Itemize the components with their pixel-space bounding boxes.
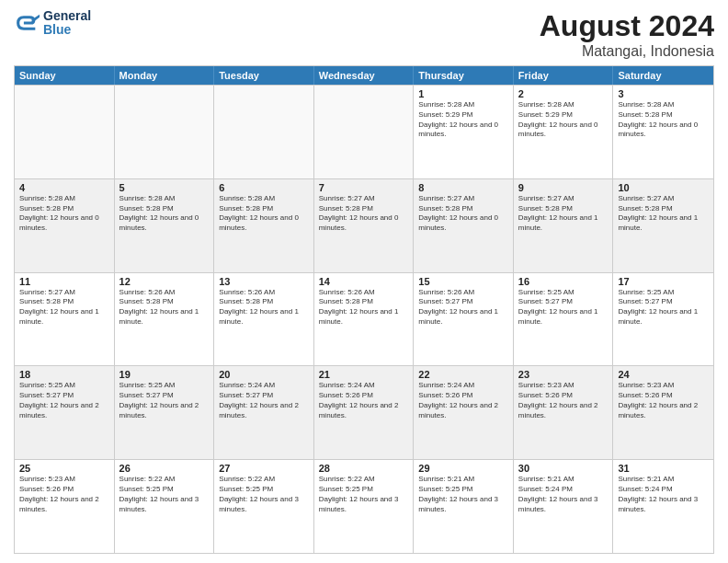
calendar-cell: 31Sunrise: 5:21 AMSunset: 5:24 PMDayligh… bbox=[613, 460, 713, 553]
calendar-cell: 13Sunrise: 5:26 AMSunset: 5:28 PMDayligh… bbox=[214, 273, 314, 366]
calendar-cell: 1Sunrise: 5:28 AMSunset: 5:29 PMDaylight… bbox=[414, 86, 514, 178]
calendar-cell: 14Sunrise: 5:26 AMSunset: 5:28 PMDayligh… bbox=[314, 273, 415, 366]
day-detail: Sunrise: 5:28 AMSunset: 5:28 PMDaylight:… bbox=[219, 194, 309, 234]
day-detail: Sunrise: 5:23 AMSunset: 5:26 PMDaylight:… bbox=[618, 381, 709, 420]
calendar-cell: 19Sunrise: 5:25 AMSunset: 5:27 PMDayligh… bbox=[115, 366, 215, 459]
day-detail: Sunrise: 5:23 AMSunset: 5:26 PMDaylight:… bbox=[518, 381, 609, 420]
page: General Blue August 2024 Matangai, Indon… bbox=[0, 0, 728, 563]
calendar-row: 25Sunrise: 5:23 AMSunset: 5:26 PMDayligh… bbox=[15, 459, 713, 553]
calendar-cell: 30Sunrise: 5:21 AMSunset: 5:24 PMDayligh… bbox=[514, 460, 614, 553]
calendar-row: 11Sunrise: 5:27 AMSunset: 5:28 PMDayligh… bbox=[15, 272, 713, 366]
day-number: 8 bbox=[418, 182, 508, 193]
day-number: 30 bbox=[518, 463, 609, 474]
day-number: 11 bbox=[19, 276, 109, 287]
calendar-cell: 15Sunrise: 5:26 AMSunset: 5:27 PMDayligh… bbox=[414, 273, 514, 366]
day-detail: Sunrise: 5:24 AMSunset: 5:26 PMDaylight:… bbox=[418, 381, 508, 420]
day-detail: Sunrise: 5:27 AMSunset: 5:28 PMDaylight:… bbox=[19, 288, 109, 327]
calendar-cell: 24Sunrise: 5:23 AMSunset: 5:26 PMDayligh… bbox=[613, 366, 713, 459]
day-number: 6 bbox=[219, 182, 309, 193]
day-number: 9 bbox=[518, 182, 609, 193]
calendar-body: 1Sunrise: 5:28 AMSunset: 5:29 PMDaylight… bbox=[15, 85, 713, 553]
calendar-cell: 25Sunrise: 5:23 AMSunset: 5:26 PMDayligh… bbox=[15, 460, 115, 553]
calendar-row: 18Sunrise: 5:25 AMSunset: 5:27 PMDayligh… bbox=[15, 365, 713, 459]
calendar-cell bbox=[15, 86, 115, 178]
day-detail: Sunrise: 5:27 AMSunset: 5:28 PMDaylight:… bbox=[319, 194, 409, 234]
day-number: 15 bbox=[418, 276, 508, 287]
title-block: August 2024 Matangai, Indonesia bbox=[540, 9, 714, 60]
day-detail: Sunrise: 5:28 AMSunset: 5:28 PMDaylight:… bbox=[119, 194, 210, 234]
day-number: 25 bbox=[19, 463, 109, 474]
header-cell-wednesday: Wednesday bbox=[314, 66, 415, 85]
calendar-cell: 11Sunrise: 5:27 AMSunset: 5:28 PMDayligh… bbox=[15, 273, 115, 366]
calendar-cell: 26Sunrise: 5:22 AMSunset: 5:25 PMDayligh… bbox=[115, 460, 215, 553]
calendar-cell: 29Sunrise: 5:21 AMSunset: 5:25 PMDayligh… bbox=[414, 460, 514, 553]
day-detail: Sunrise: 5:27 AMSunset: 5:28 PMDaylight:… bbox=[518, 194, 609, 234]
calendar-cell: 17Sunrise: 5:25 AMSunset: 5:27 PMDayligh… bbox=[613, 273, 713, 366]
day-detail: Sunrise: 5:23 AMSunset: 5:26 PMDaylight:… bbox=[19, 475, 109, 514]
day-number: 24 bbox=[618, 369, 709, 380]
header-cell-monday: Monday bbox=[115, 66, 215, 85]
calendar-cell bbox=[115, 86, 215, 178]
calendar-cell: 10Sunrise: 5:27 AMSunset: 5:28 PMDayligh… bbox=[613, 179, 713, 272]
calendar-cell: 28Sunrise: 5:22 AMSunset: 5:25 PMDayligh… bbox=[314, 460, 415, 553]
day-number: 29 bbox=[418, 463, 508, 474]
calendar-row: 4Sunrise: 5:28 AMSunset: 5:28 PMDaylight… bbox=[15, 178, 713, 272]
calendar-cell: 20Sunrise: 5:24 AMSunset: 5:27 PMDayligh… bbox=[214, 366, 314, 459]
day-number: 13 bbox=[219, 276, 309, 287]
day-number: 21 bbox=[319, 369, 409, 380]
calendar-cell: 16Sunrise: 5:25 AMSunset: 5:27 PMDayligh… bbox=[514, 273, 614, 366]
day-detail: Sunrise: 5:22 AMSunset: 5:25 PMDaylight:… bbox=[119, 475, 210, 514]
day-number: 5 bbox=[119, 182, 210, 193]
day-number: 28 bbox=[319, 463, 409, 474]
day-detail: Sunrise: 5:24 AMSunset: 5:27 PMDaylight:… bbox=[219, 381, 309, 420]
header-cell-friday: Friday bbox=[514, 66, 614, 85]
day-number: 12 bbox=[119, 276, 210, 287]
day-number: 16 bbox=[518, 276, 609, 287]
day-detail: Sunrise: 5:21 AMSunset: 5:25 PMDaylight:… bbox=[418, 475, 508, 514]
day-detail: Sunrise: 5:25 AMSunset: 5:27 PMDaylight:… bbox=[518, 288, 609, 327]
calendar-cell: 27Sunrise: 5:22 AMSunset: 5:25 PMDayligh… bbox=[214, 460, 314, 553]
day-detail: Sunrise: 5:25 AMSunset: 5:27 PMDaylight:… bbox=[19, 381, 109, 420]
day-number: 3 bbox=[618, 88, 709, 99]
calendar-subtitle: Matangai, Indonesia bbox=[540, 43, 714, 60]
day-number: 14 bbox=[319, 276, 409, 287]
header-cell-thursday: Thursday bbox=[414, 66, 514, 85]
calendar-cell: 8Sunrise: 5:27 AMSunset: 5:28 PMDaylight… bbox=[414, 179, 514, 272]
day-detail: Sunrise: 5:22 AMSunset: 5:25 PMDaylight:… bbox=[219, 475, 309, 514]
day-number: 17 bbox=[618, 276, 709, 287]
calendar-cell: 22Sunrise: 5:24 AMSunset: 5:26 PMDayligh… bbox=[414, 366, 514, 459]
day-number: 27 bbox=[219, 463, 309, 474]
calendar-cell: 23Sunrise: 5:23 AMSunset: 5:26 PMDayligh… bbox=[514, 366, 614, 459]
day-number: 1 bbox=[418, 88, 508, 99]
calendar-row: 1Sunrise: 5:28 AMSunset: 5:29 PMDaylight… bbox=[15, 85, 713, 178]
day-number: 19 bbox=[119, 369, 210, 380]
day-detail: Sunrise: 5:26 AMSunset: 5:28 PMDaylight:… bbox=[319, 288, 409, 327]
calendar-title: August 2024 bbox=[540, 9, 714, 43]
day-detail: Sunrise: 5:26 AMSunset: 5:27 PMDaylight:… bbox=[418, 288, 508, 327]
day-number: 20 bbox=[219, 369, 309, 380]
header: General Blue August 2024 Matangai, Indon… bbox=[14, 9, 714, 60]
day-detail: Sunrise: 5:27 AMSunset: 5:28 PMDaylight:… bbox=[418, 194, 508, 234]
calendar-header: SundayMondayTuesdayWednesdayThursdayFrid… bbox=[15, 66, 713, 85]
day-number: 23 bbox=[518, 369, 609, 380]
day-number: 18 bbox=[19, 369, 109, 380]
day-detail: Sunrise: 5:28 AMSunset: 5:28 PMDaylight:… bbox=[618, 100, 709, 140]
day-detail: Sunrise: 5:24 AMSunset: 5:26 PMDaylight:… bbox=[319, 381, 409, 420]
calendar-cell: 6Sunrise: 5:28 AMSunset: 5:28 PMDaylight… bbox=[214, 179, 314, 272]
day-detail: Sunrise: 5:28 AMSunset: 5:28 PMDaylight:… bbox=[19, 194, 109, 234]
logo-icon bbox=[14, 10, 40, 36]
header-cell-saturday: Saturday bbox=[613, 66, 713, 85]
day-number: 31 bbox=[618, 463, 709, 474]
calendar-cell: 21Sunrise: 5:24 AMSunset: 5:26 PMDayligh… bbox=[314, 366, 415, 459]
day-detail: Sunrise: 5:26 AMSunset: 5:28 PMDaylight:… bbox=[219, 288, 309, 327]
day-number: 2 bbox=[518, 88, 609, 99]
header-cell-tuesday: Tuesday bbox=[214, 66, 314, 85]
day-detail: Sunrise: 5:25 AMSunset: 5:27 PMDaylight:… bbox=[119, 381, 210, 420]
day-detail: Sunrise: 5:28 AMSunset: 5:29 PMDaylight:… bbox=[418, 100, 508, 140]
calendar-cell bbox=[314, 86, 415, 178]
day-number: 26 bbox=[119, 463, 210, 474]
calendar-cell: 9Sunrise: 5:27 AMSunset: 5:28 PMDaylight… bbox=[514, 179, 614, 272]
calendar-cell: 4Sunrise: 5:28 AMSunset: 5:28 PMDaylight… bbox=[15, 179, 115, 272]
day-number: 10 bbox=[618, 182, 709, 193]
header-cell-sunday: Sunday bbox=[15, 66, 115, 85]
